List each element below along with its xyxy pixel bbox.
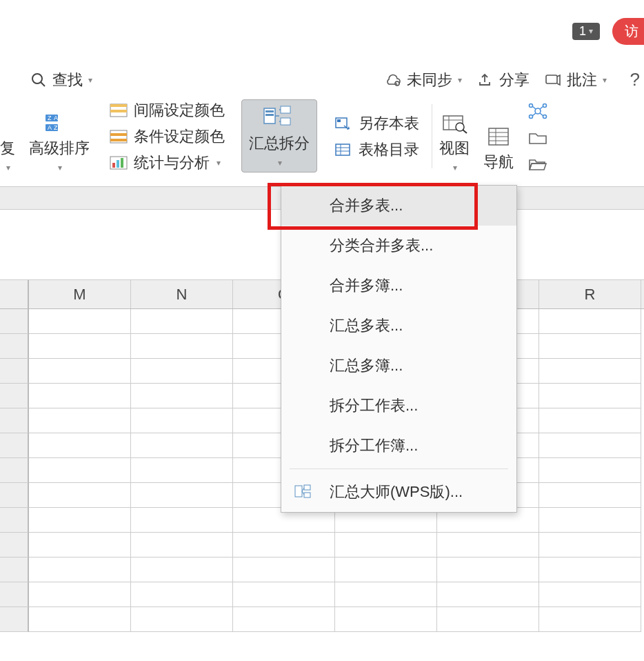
grid-cell[interactable]: [131, 483, 233, 508]
navigation-button[interactable]: 导航: [483, 126, 514, 172]
svg-rect-11: [110, 104, 127, 107]
grid-cell[interactable]: [335, 607, 437, 632]
annotate-action[interactable]: 批注: [543, 70, 607, 90]
menu-summary-workbooks[interactable]: 汇总多簿...: [281, 346, 516, 386]
grid-cell[interactable]: [29, 433, 131, 458]
row-header[interactable]: [0, 483, 29, 508]
menu-split-sheet[interactable]: 拆分工作表...: [281, 386, 516, 426]
grid-cell[interactable]: [29, 384, 131, 408]
svg-rect-19: [121, 158, 123, 168]
grid-cell[interactable]: [131, 607, 233, 632]
grid-cell[interactable]: [539, 483, 641, 508]
grid-cell[interactable]: [131, 359, 233, 384]
row-header[interactable]: [0, 334, 29, 359]
grid-cell[interactable]: [131, 558, 233, 582]
grid-cell[interactable]: [335, 533, 437, 558]
row-header[interactable]: [0, 408, 29, 433]
grid-cell[interactable]: [437, 582, 539, 607]
grid-cell[interactable]: [233, 582, 335, 607]
grid-cell[interactable]: [539, 359, 641, 384]
row-header[interactable]: [0, 533, 29, 558]
grid-cell[interactable]: [29, 309, 131, 334]
relations-icon[interactable]: [527, 102, 548, 120]
grid-cell[interactable]: [29, 607, 131, 632]
row-header[interactable]: [0, 558, 29, 582]
saveas-sheet-button[interactable]: 另存本表: [334, 113, 419, 134]
grid-cell[interactable]: [131, 533, 233, 558]
row-header[interactable]: [0, 309, 29, 334]
stats-analysis-button[interactable]: 统计与分析: [109, 152, 221, 173]
summary-split-button[interactable]: 汇总拆分: [241, 99, 317, 172]
unsynced-action[interactable]: 未同步: [383, 70, 462, 90]
notification-badge[interactable]: 1: [572, 23, 600, 40]
row-header[interactable]: [0, 582, 29, 607]
grid-cell[interactable]: [29, 558, 131, 582]
grid-cell[interactable]: [29, 582, 131, 607]
grid-cell[interactable]: [131, 408, 233, 433]
grid-cell[interactable]: [437, 607, 539, 632]
menu-merge-sheets[interactable]: 合并多表...: [281, 186, 516, 226]
grid-cell[interactable]: [437, 558, 539, 582]
menu-summary-sheets[interactable]: 汇总多表...: [281, 306, 516, 346]
grid-cell[interactable]: [29, 359, 131, 384]
restore-button[interactable]: 复: [0, 138, 15, 172]
condition-color-button[interactable]: 条件设定颜色: [109, 126, 225, 147]
grid-cell[interactable]: [539, 433, 641, 458]
grid-cell[interactable]: [539, 408, 641, 433]
col-header-N[interactable]: N: [131, 280, 233, 308]
grid-cell[interactable]: [131, 309, 233, 334]
grid-cell[interactable]: [131, 458, 233, 483]
search-icon: [29, 72, 48, 88]
col-header-M[interactable]: M: [29, 280, 131, 308]
share-action[interactable]: 分享: [476, 70, 530, 90]
advanced-sort-button[interactable]: Z A A Z 高级排序: [29, 112, 90, 172]
grid-cell[interactable]: [539, 458, 641, 483]
grid-cell[interactable]: [131, 582, 233, 607]
corner-cell[interactable]: [0, 280, 29, 308]
grid-cell[interactable]: [131, 433, 233, 458]
view-button[interactable]: 视图: [439, 112, 470, 172]
row-header[interactable]: [0, 607, 29, 632]
help-button[interactable]: ?: [621, 69, 644, 90]
grid-cell[interactable]: [539, 334, 641, 359]
grid-cell[interactable]: [539, 384, 641, 408]
grid-cell[interactable]: [29, 408, 131, 433]
grid-cell[interactable]: [233, 607, 335, 632]
menu-merge-workbooks[interactable]: 合并多簿...: [281, 266, 516, 306]
grid-cell[interactable]: [131, 384, 233, 408]
menu-summary-master[interactable]: 汇总大师(WPS版)...: [281, 472, 516, 512]
interval-color-button[interactable]: 间隔设定颜色: [109, 100, 225, 121]
row-header[interactable]: [0, 458, 29, 483]
grid-cell[interactable]: [29, 458, 131, 483]
grid-cell[interactable]: [29, 508, 131, 533]
menu-split-workbook[interactable]: 拆分工作簿...: [281, 426, 516, 466]
grid-cell[interactable]: [233, 558, 335, 582]
grid-cell[interactable]: [437, 533, 539, 558]
grid-cell[interactable]: [539, 309, 641, 334]
grid-cell[interactable]: [131, 508, 233, 533]
grid-cell[interactable]: [539, 558, 641, 582]
grid-cell[interactable]: [29, 533, 131, 558]
row-header[interactable]: [0, 433, 29, 458]
menu-classify-merge-sheets[interactable]: 分类合并多表...: [281, 226, 516, 266]
grid-cell[interactable]: [539, 582, 641, 607]
grid-cell[interactable]: [539, 607, 641, 632]
row-header[interactable]: [0, 359, 29, 384]
visit-pill[interactable]: 访: [612, 18, 644, 45]
grid-cell[interactable]: [29, 334, 131, 359]
grid-cell[interactable]: [335, 558, 437, 582]
grid-cell[interactable]: [539, 533, 641, 558]
folder-open-icon[interactable]: [527, 156, 548, 172]
row-header[interactable]: [0, 384, 29, 408]
table-toc-button[interactable]: 表格目录: [334, 139, 419, 160]
grid-cell[interactable]: [131, 334, 233, 359]
col-header-R[interactable]: R: [539, 280, 641, 308]
folder-icon[interactable]: [527, 130, 548, 146]
search-action[interactable]: 查找: [29, 70, 92, 90]
grid-cell[interactable]: [539, 508, 641, 533]
grid-cell[interactable]: [29, 483, 131, 508]
svg-text:A: A: [48, 124, 52, 131]
grid-cell[interactable]: [335, 582, 437, 607]
row-header[interactable]: [0, 508, 29, 533]
grid-cell[interactable]: [233, 533, 335, 558]
